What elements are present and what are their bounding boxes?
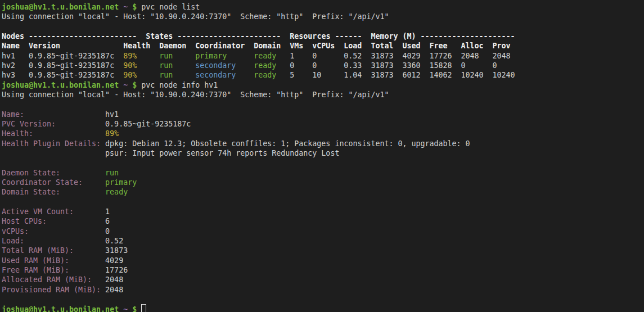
prompt-cwd: ~ (123, 305, 128, 312)
column-header-domain: Domain (254, 41, 290, 51)
info-value: 0 (105, 227, 110, 236)
info-value: 0.52 (105, 237, 123, 245)
blank-line (2, 158, 644, 168)
cell-name: hv2 (2, 61, 29, 70)
cell-alloc-ram: 10240 (461, 70, 492, 80)
cell-free-ram: 17726 (429, 51, 461, 61)
cell-version: 0.9.85~git-9235187c (29, 70, 123, 80)
prompt-symbol: $ (132, 81, 137, 89)
column-header-coordinator: Coordinator (195, 41, 254, 51)
cell-free-ram: 14062 (429, 70, 461, 80)
info-row-domain-state: Domain State:ready (2, 187, 644, 197)
info-row-active-vm-count: Active VM Count:1 (2, 207, 644, 216)
cell-load: 0.33 (344, 61, 371, 70)
cell-total-ram: 31873 (371, 61, 402, 70)
prompt-user-host: joshua@hv1.t.u.bonilan.net (2, 3, 119, 11)
info-label: Total RAM (MiB): (2, 246, 105, 255)
info-label: Name: (2, 110, 105, 119)
cell-coordinator-state: secondary (195, 70, 254, 80)
blank-line (2, 22, 644, 31)
info-row-plugin-details-2: psur: Input power sensor 74h reports Red… (2, 148, 644, 158)
prompt-line-3: joshua@hv1.t.u.bonilan.net~$ (2, 304, 644, 312)
info-row-host-cpus: Host CPUs:6 (2, 216, 644, 226)
cell-used-ram: 6012 (402, 70, 429, 80)
info-value: 1 (105, 207, 110, 216)
info-value-daemon-state: run (105, 169, 119, 177)
column-header-total: Total (371, 41, 402, 51)
column-header-alloc: Alloc (461, 41, 492, 51)
info-label: Free RAM (MiB): (2, 265, 105, 275)
info-row-provisioned-ram: Provisioned RAM (MiB):2048 (2, 285, 644, 295)
cell-coordinator-state: primary (195, 51, 254, 61)
cell-total-ram: 31873 (371, 51, 402, 61)
info-label: Provisioned RAM (MiB): (2, 285, 105, 295)
column-header-prov: Prov (493, 41, 511, 51)
cell-domain-state: ready (254, 51, 290, 61)
cell-total-ram: 31873 (371, 70, 402, 80)
info-row-health: Health:89% (2, 129, 644, 138)
table-section-header: Nodes ------------------------ States --… (2, 31, 644, 41)
info-value-health: 89% (105, 129, 119, 138)
cell-vms: 0 (290, 61, 312, 70)
cell-used-ram: 3360 (402, 61, 429, 70)
info-label: Load: (2, 236, 105, 246)
cell-name: hv3 (2, 70, 29, 80)
info-value: 4029 (105, 256, 123, 265)
info-label: Host CPUs: (2, 216, 105, 226)
info-row-used-ram: Used RAM (MiB):4029 (2, 256, 644, 265)
info-row-pvc-version: PVC Version:0.9.85~git-9235187c (2, 119, 644, 129)
column-header-health: Health (123, 41, 159, 51)
info-row-plugin-details: Health Plugin Details:dpkg: Debian 12.3;… (2, 139, 644, 148)
blank-line (2, 197, 644, 207)
cell-alloc-ram: 2048 (461, 51, 492, 61)
column-header-version: Version (29, 41, 123, 51)
cell-name: hv1 (2, 51, 29, 61)
cell-domain-state: ready (254, 70, 290, 80)
info-label: Health Plugin Details: (2, 139, 105, 148)
table-column-header: NameVersionHealthDaemonCoordinatorDomain… (2, 41, 644, 51)
prompt-line-1: joshua@hv1.t.u.bonilan.net~$pvc node lis… (2, 2, 644, 12)
cell-alloc-ram: 0 (461, 61, 492, 70)
terminal-window[interactable]: joshua@hv1.t.u.bonilan.net~$pvc node lis… (0, 0, 644, 312)
info-label: Used RAM (MiB): (2, 256, 105, 265)
cell-prov-ram: 0 (493, 61, 511, 70)
info-value: 0.9.85~git-9235187c (105, 120, 191, 128)
info-value-coordinator-state: primary (105, 178, 137, 187)
table-row-hv2: hv20.9.85~git-9235187c90%runsecondaryrea… (2, 61, 644, 70)
cell-load: 0.52 (344, 51, 371, 61)
command-pvc-node-info: pvc node info hv1 (141, 81, 218, 89)
cell-vcpus: 0 (312, 61, 344, 70)
cell-daemon-state: run (159, 61, 195, 70)
cell-vms: 5 (290, 70, 312, 80)
info-label: vCPUs: (2, 227, 105, 236)
info-label: PVC Version: (2, 119, 105, 129)
info-value: 31873 (105, 246, 128, 255)
prompt-cwd: ~ (123, 81, 128, 89)
info-value: 6 (105, 217, 110, 225)
info-value-plugin-dpkg: dpkg: Debian 12.3; Obsolete conffiles: 1… (105, 139, 470, 148)
info-row-load: Load:0.52 (2, 236, 644, 246)
info-value: 2048 (105, 275, 123, 284)
info-row-free-ram: Free RAM (MiB):17726 (2, 265, 644, 275)
info-row-vcpus: vCPUs:0 (2, 227, 644, 236)
column-header-name: Name (2, 41, 29, 51)
cell-load: 1.04 (344, 70, 371, 80)
cell-prov-ram: 10240 (493, 70, 511, 80)
column-header-used: Used (402, 41, 429, 51)
cell-free-ram: 15828 (429, 61, 461, 70)
info-value: 17726 (105, 266, 128, 274)
info-row-total-ram: Total RAM (MiB):31873 (2, 246, 644, 255)
info-row-name: Name:hv1 (2, 110, 644, 119)
cell-used-ram: 4029 (402, 51, 429, 61)
cell-daemon-state: run (159, 70, 195, 80)
prompt-symbol: $ (132, 3, 137, 11)
info-value-plugin-psur: psur: Input power sensor 74h reports Red… (105, 149, 339, 157)
cell-coordinator-state: secondary (195, 61, 254, 70)
connection-line-1: Using connection "local" - Host: "10.90.… (2, 12, 644, 21)
prompt-symbol: $ (132, 305, 137, 312)
cell-vcpus: 0 (312, 51, 344, 61)
cell-health: 90% (123, 70, 159, 80)
connection-text: Using connection "local" - Host: "10.90.… (2, 91, 389, 99)
info-value: 2048 (105, 286, 123, 294)
cell-vcpus: 10 (312, 70, 344, 80)
